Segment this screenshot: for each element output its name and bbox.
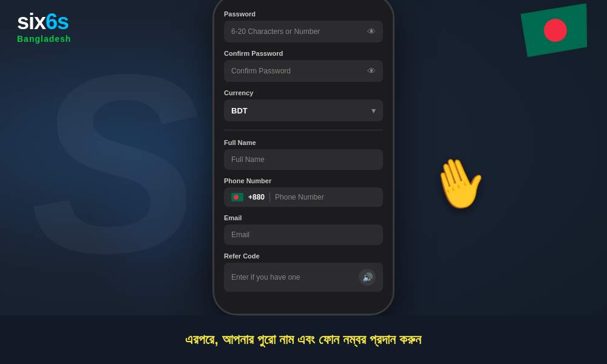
phone-label: Phone Number xyxy=(224,177,383,184)
player-shadow xyxy=(91,133,212,315)
bangladesh-flag xyxy=(522,6,589,55)
flag-brush xyxy=(522,6,589,55)
refer-code-field[interactable]: Enter if you have one 🔊 xyxy=(224,263,383,292)
currency-label: Currency xyxy=(224,89,383,96)
speaker-icon: 🔊 xyxy=(359,269,376,286)
password-eye-icon[interactable]: 👁 xyxy=(367,27,376,36)
refer-code-placeholder: Enter if you have one xyxy=(231,273,300,281)
currency-section: Currency BDT ▾ xyxy=(224,89,383,121)
bottom-bar: এরপরে, আপনার পুরো নাম এবং ফোন নম্বর প্রদ… xyxy=(0,315,607,364)
confirm-password-label: Confirm Password xyxy=(224,50,383,57)
bottom-text: এরপরে, আপনার পুরো নাম এবং ফোন নম্বর প্রদ… xyxy=(185,332,421,348)
password-field[interactable]: 6-20 Characters or Number 👁 xyxy=(224,21,383,42)
confirm-password-section: Confirm Password Confirm Password 👁 xyxy=(224,50,383,82)
flag-red-circle xyxy=(544,19,567,42)
refer-code-section: Refer Code Enter if you have one 🔊 xyxy=(224,252,383,292)
confirm-password-field[interactable]: Confirm Password 👁 xyxy=(224,60,383,82)
email-field[interactable]: Email xyxy=(224,224,383,245)
phone-section: Phone Number +880 Phone Number xyxy=(224,177,383,207)
password-section: Password 6-20 Characters or Number 👁 xyxy=(224,10,383,42)
phone-field-divider xyxy=(270,192,270,202)
password-placeholder: 6-20 Characters or Number xyxy=(231,27,320,36)
currency-select[interactable]: BDT ▾ xyxy=(224,99,383,121)
full-name-field[interactable]: Full Name xyxy=(224,149,383,170)
email-placeholder: Email xyxy=(231,231,249,239)
currency-value: BDT xyxy=(231,106,248,115)
password-label: Password xyxy=(224,10,383,18)
logo-text-six: six xyxy=(17,9,46,34)
confirm-password-eye-icon[interactable]: 👁 xyxy=(367,66,376,76)
full-name-section: Full Name Full Name xyxy=(224,139,383,170)
phone-field[interactable]: +880 Phone Number xyxy=(224,187,383,207)
phone-content: Password 6-20 Characters or Number 👁 Con… xyxy=(214,10,393,315)
country-label: Bangladesh xyxy=(17,34,71,44)
phone-notch xyxy=(273,0,334,10)
phone-number-placeholder: Phone Number xyxy=(275,193,324,201)
currency-arrow-icon: ▾ xyxy=(371,106,376,115)
email-label: Email xyxy=(224,214,383,221)
brand-logo: six6s xyxy=(17,11,71,33)
logo-area: six6s Bangladesh xyxy=(17,11,71,44)
full-name-label: Full Name xyxy=(224,139,383,146)
phone-flag-red xyxy=(234,195,239,200)
confirm-password-placeholder: Confirm Password xyxy=(231,67,291,75)
phone-mockup: Password 6-20 Characters or Number 👁 Con… xyxy=(212,0,395,315)
logo-accent: 6s xyxy=(46,9,69,34)
phone-prefix: +880 xyxy=(248,193,265,201)
email-section: Email Email xyxy=(224,214,383,245)
full-name-placeholder: Full Name xyxy=(231,155,265,164)
refer-code-label: Refer Code xyxy=(224,252,383,260)
phone-flag-icon xyxy=(231,193,243,201)
form-divider xyxy=(224,130,383,130)
